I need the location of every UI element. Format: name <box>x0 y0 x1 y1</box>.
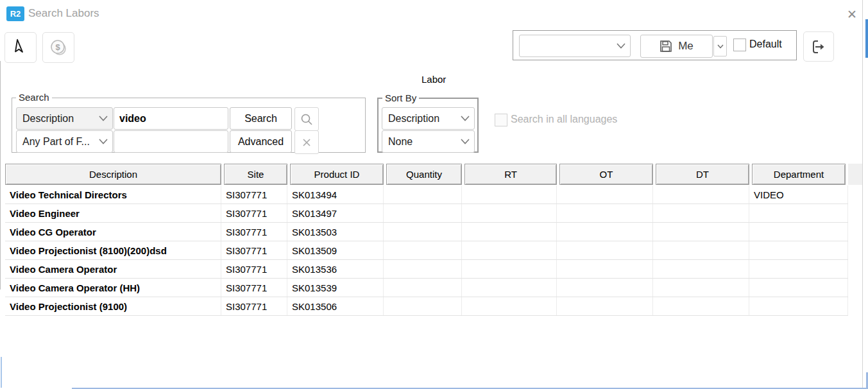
column-header-department[interactable]: Department <box>752 164 846 185</box>
column-header-description[interactable]: Description <box>5 164 221 185</box>
advanced-button[interactable]: Advanced <box>230 130 292 153</box>
cell-ot <box>557 204 653 222</box>
cell-site: SI307771 <box>221 186 287 203</box>
column-header-rt[interactable]: RT <box>464 164 557 185</box>
labor-table-header: DescriptionSiteProduct IDQuantityRTOTDTD… <box>5 164 846 185</box>
cell-department <box>749 297 848 315</box>
cell-dt <box>653 204 749 222</box>
column-header-site[interactable]: Site <box>224 164 287 185</box>
cell-dt <box>653 186 749 203</box>
save-view-button-label: Me <box>678 40 694 53</box>
saved-view-panel: Me Default <box>513 30 797 60</box>
cell-description: Video Camera Operator (HH) <box>5 279 221 297</box>
cell-department <box>749 204 848 222</box>
search-button[interactable]: Search <box>230 107 292 130</box>
column-header-product-id[interactable]: Product ID <box>290 164 384 185</box>
search-field-combo-value: Description <box>22 113 74 125</box>
table-row[interactable]: Video Projectionist (9100)SI307771SK0135… <box>5 297 848 316</box>
search-labors-window: R2 Search Labors ✕ $ <box>0 0 868 389</box>
close-icon[interactable]: ✕ <box>844 6 860 22</box>
cell-dt <box>653 279 749 297</box>
cell-department <box>749 279 848 297</box>
cell-rt <box>462 186 557 203</box>
exit-button[interactable] <box>803 31 834 62</box>
primary-sort-combo[interactable]: Description <box>382 107 475 130</box>
search-field-combo[interactable]: Description <box>16 107 113 130</box>
table-row[interactable]: Video Projectionist (8100)(200)dsdSI3077… <box>5 241 848 260</box>
background-window-edge <box>865 19 868 58</box>
cell-dt <box>653 223 749 241</box>
default-checkbox[interactable] <box>733 39 746 51</box>
cell-site: SI307771 <box>221 241 287 259</box>
cell-product-id: SK013497 <box>287 204 384 222</box>
cell-description: Video Engineer <box>5 204 221 222</box>
section-label: Labor <box>421 74 446 85</box>
column-header-ot[interactable]: OT <box>559 164 653 185</box>
cell-dt <box>653 260 749 278</box>
cell-description: Video CG Operator <box>5 223 221 241</box>
table-row[interactable]: Video Technical DirectorsSI307771SK01349… <box>5 186 848 204</box>
pointer-cursor-icon <box>12 39 30 56</box>
chevron-down-icon <box>461 116 470 121</box>
secondary-sort-combo[interactable]: None <box>382 130 475 153</box>
secondary-search-input[interactable] <box>114 130 228 153</box>
cell-rt <box>462 223 557 241</box>
x-icon <box>302 138 311 147</box>
cell-description: Video Technical Directors <box>5 186 221 203</box>
cell-quantity <box>384 260 462 278</box>
save-view-button[interactable]: Me <box>640 35 713 58</box>
search-groupbox-label: Search <box>16 92 52 103</box>
cell-site: SI307771 <box>221 204 287 222</box>
column-header-quantity[interactable]: Quantity <box>386 164 462 185</box>
cell-description: Video Projectionist (8100)(200)dsd <box>5 241 221 259</box>
cell-site: SI307771 <box>221 223 287 241</box>
primary-sort-combo-value: Description <box>388 113 439 125</box>
search-input[interactable] <box>114 107 228 130</box>
clear-button[interactable] <box>294 130 319 154</box>
cell-quantity <box>384 297 462 315</box>
window-left-border <box>0 61 1 290</box>
floppy-disk-icon <box>660 40 672 53</box>
cell-quantity <box>384 279 462 297</box>
table-row[interactable]: Video CG OperatorSI307771SK013503 <box>5 223 848 241</box>
cell-site: SI307771 <box>221 260 287 278</box>
search-match-combo-value: Any Part of F... <box>22 136 90 148</box>
cell-quantity <box>384 186 462 203</box>
cell-rt <box>462 241 557 259</box>
cell-department: VIDEO <box>749 186 848 203</box>
cell-site: SI307771 <box>221 279 287 297</box>
save-view-dropdown-button[interactable] <box>713 36 727 56</box>
table-row[interactable]: Video Camera Operator (HH)SI307771SK0135… <box>5 279 848 297</box>
window-title: Search Labors <box>28 7 99 20</box>
cell-ot <box>557 297 653 315</box>
table-row[interactable]: Video EngineerSI307771SK013497 <box>5 204 848 223</box>
cell-ot <box>557 186 653 203</box>
cell-dt <box>653 241 749 259</box>
sortby-groupbox-label: Sort By <box>382 92 419 103</box>
pointer-tool-button[interactable] <box>4 32 37 63</box>
cell-product-id: SK013494 <box>287 186 384 203</box>
svg-text:$: $ <box>55 42 60 52</box>
chevron-down-icon <box>617 43 625 49</box>
cell-department <box>749 223 848 241</box>
find-button[interactable] <box>294 107 319 131</box>
cell-description: Video Projectionist (9100) <box>5 297 221 315</box>
table-row[interactable]: Video Camera OperatorSI307771SK013536 <box>5 260 848 279</box>
default-checkbox-label: Default <box>749 39 782 50</box>
cell-ot <box>557 223 653 241</box>
column-header-dt[interactable]: DT <box>656 164 749 185</box>
cell-description: Video Camera Operator <box>5 260 221 278</box>
all-languages-checkbox-label: Search in all languages <box>511 114 617 125</box>
search-match-combo[interactable]: Any Part of F... <box>16 130 113 153</box>
cell-site: SI307771 <box>221 297 287 315</box>
rates-tool-button[interactable]: $ <box>42 32 74 63</box>
cell-product-id: SK013506 <box>287 297 384 315</box>
cell-product-id: SK013539 <box>287 279 384 297</box>
cell-product-id: SK013509 <box>287 241 384 259</box>
chevron-down-icon <box>99 116 108 121</box>
cell-rt <box>462 279 557 297</box>
window-right-border <box>862 0 863 389</box>
cell-ot <box>557 279 653 297</box>
saved-view-combo[interactable] <box>519 35 631 57</box>
all-languages-checkbox[interactable] <box>495 114 507 126</box>
